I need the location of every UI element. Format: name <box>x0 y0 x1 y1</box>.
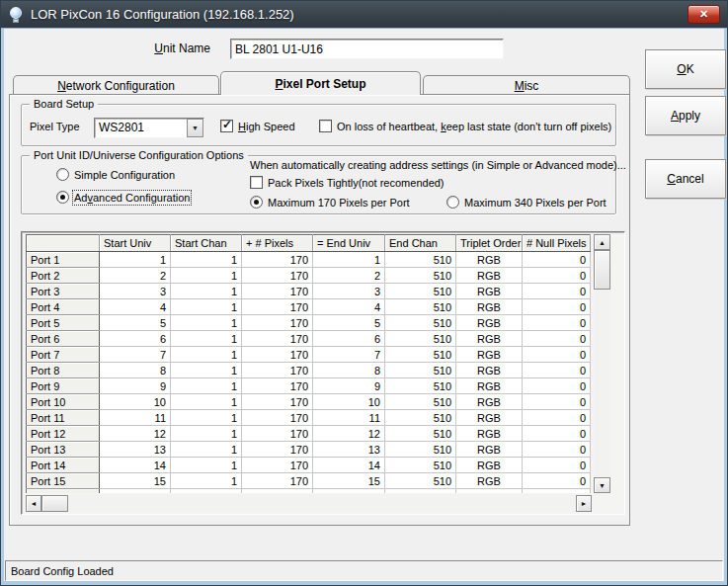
grid-cell[interactable]: 0 <box>523 268 591 284</box>
grid-cell[interactable]: 170 <box>242 489 313 494</box>
grid-cell[interactable]: 1 <box>171 394 242 410</box>
grid-cell[interactable]: 2 <box>313 268 385 284</box>
grid-cell[interactable]: 1 <box>171 331 242 347</box>
grid-cell[interactable]: RGB <box>456 363 523 378</box>
dropdown-button[interactable]: ▼ <box>187 119 203 137</box>
grid-cell[interactable]: 510 <box>385 331 456 347</box>
grid-cell[interactable]: 15 <box>100 473 171 489</box>
grid-cell[interactable]: 510 <box>385 299 456 315</box>
grid-cell[interactable]: 510 <box>385 473 456 489</box>
grid-cell[interactable]: 5 <box>100 315 171 331</box>
pixel-type-dropdown[interactable]: WS2801 ▼ <box>94 118 204 138</box>
grid-cell[interactable]: 1 <box>171 252 242 268</box>
grid-cell[interactable]: 0 <box>523 394 591 410</box>
grid-cell[interactable]: 0 <box>523 331 591 347</box>
grid-cell[interactable]: 1 <box>313 252 385 268</box>
grid-cell[interactable]: 510 <box>385 458 456 473</box>
grid-cell[interactable]: 0 <box>523 458 591 473</box>
heartbeat-checkbox[interactable]: On loss of heartbeat, keep last state (d… <box>319 120 611 132</box>
grid-cell[interactable]: 1 <box>171 347 242 363</box>
grid-cell[interactable]: 510 <box>385 347 456 363</box>
scroll-up-button[interactable]: ▲ <box>594 234 610 250</box>
grid-cell[interactable]: RGB <box>456 473 523 489</box>
grid-cell[interactable]: 0 <box>523 252 591 268</box>
grid-cell[interactable]: 4 <box>100 299 171 315</box>
grid-cell[interactable]: 170 <box>242 268 313 284</box>
grid-cell[interactable]: 0 <box>523 284 591 299</box>
grid-cell[interactable]: 170 <box>242 331 313 347</box>
grid-cell[interactable]: RGB <box>456 489 523 494</box>
grid-cell[interactable]: 170 <box>242 363 313 378</box>
grid-cell[interactable]: RGB <box>456 299 523 315</box>
grid-cell[interactable]: 0 <box>523 410 591 426</box>
grid-cell[interactable]: 1 <box>171 299 242 315</box>
grid-cell[interactable]: 510 <box>385 378 456 394</box>
title-bar[interactable]: LOR PixCon 16 Configuration (192.168.1.2… <box>1 1 727 29</box>
grid-cell[interactable]: RGB <box>456 410 523 426</box>
max-170-radio[interactable]: Maximum 170 Pixels per Port <box>250 196 410 209</box>
grid-cell[interactable]: 170 <box>242 378 313 394</box>
grid-cell[interactable]: 12 <box>313 426 385 442</box>
grid-cell[interactable]: 1 <box>171 363 242 378</box>
grid-cell[interactable]: 8 <box>313 363 385 378</box>
grid-cell[interactable]: 0 <box>523 442 591 458</box>
scroll-right-button[interactable]: ► <box>576 495 592 512</box>
grid-cell[interactable]: 170 <box>242 299 313 315</box>
grid-cell[interactable]: 12 <box>100 426 171 442</box>
scroll-down-button[interactable]: ▼ <box>594 477 610 493</box>
grid-cell[interactable]: 510 <box>385 252 456 268</box>
apply-button[interactable]: Apply <box>645 96 726 135</box>
scroll-left-button[interactable]: ◄ <box>26 495 41 512</box>
grid-cell[interactable]: 0 <box>523 378 591 394</box>
grid-cell[interactable]: 170 <box>242 252 313 268</box>
grid-cell[interactable]: RGB <box>456 347 523 363</box>
simple-configuration-radio[interactable]: Simple Configuration <box>56 168 175 181</box>
grid-cell[interactable]: 13 <box>100 442 171 458</box>
grid-cell[interactable]: RGB <box>456 394 523 410</box>
grid-cell[interactable]: 6 <box>100 331 171 347</box>
grid-cell[interactable]: 4 <box>313 299 385 315</box>
grid-cell[interactable]: 0 <box>523 315 591 331</box>
grid-cell[interactable]: 170 <box>242 458 313 473</box>
vertical-scroll-thumb[interactable] <box>594 250 610 290</box>
grid-cell[interactable]: RGB <box>456 378 523 394</box>
horizontal-scroll-thumb[interactable] <box>41 495 68 512</box>
grid-cell[interactable]: 170 <box>242 410 313 426</box>
grid-cell[interactable]: 0 <box>523 489 591 494</box>
ok-button[interactable]: OK <box>645 49 726 89</box>
grid-cell[interactable]: 16 <box>100 489 171 494</box>
grid-cell[interactable]: 1 <box>100 252 171 268</box>
high-speed-checkbox[interactable]: ✓ High Speed <box>220 120 295 132</box>
grid-cell[interactable]: 1 <box>171 410 242 426</box>
grid-cell[interactable]: 0 <box>523 426 591 442</box>
grid-cell[interactable]: 2 <box>100 268 171 284</box>
close-button[interactable]: ✕ <box>688 5 720 24</box>
grid-cell[interactable]: RGB <box>456 315 523 331</box>
grid-cell[interactable]: RGB <box>456 331 523 347</box>
grid-cell[interactable]: 11 <box>100 410 171 426</box>
unit-name-input[interactable] <box>230 39 504 59</box>
grid-cell[interactable]: 170 <box>242 347 313 363</box>
grid-cell[interactable]: 1 <box>171 284 242 299</box>
grid-cell[interactable]: 3 <box>100 284 171 299</box>
grid-cell[interactable]: 14 <box>313 458 385 473</box>
grid-cell[interactable]: 1 <box>171 426 242 442</box>
grid-cell[interactable]: 0 <box>523 363 591 378</box>
grid-cell[interactable]: RGB <box>456 426 523 442</box>
grid-cell[interactable]: 510 <box>385 284 456 299</box>
grid-cell[interactable]: 170 <box>242 394 313 410</box>
grid-cell[interactable]: 0 <box>523 299 591 315</box>
grid-cell[interactable]: 13 <box>313 442 385 458</box>
grid-cell[interactable]: 170 <box>242 473 313 489</box>
grid-cell[interactable]: RGB <box>456 442 523 458</box>
pack-pixels-checkbox[interactable]: Pack Pixels Tightly(not recomended) <box>250 176 445 189</box>
grid-cell[interactable]: 170 <box>242 284 313 299</box>
grid-cell[interactable]: 1 <box>171 315 242 331</box>
grid-cell[interactable]: 170 <box>242 442 313 458</box>
grid-cell[interactable]: 0 <box>523 347 591 363</box>
grid-cell[interactable]: 6 <box>313 331 385 347</box>
grid-cell[interactable]: 0 <box>523 473 591 489</box>
tab-pixel-port-setup[interactable]: Pixel Port Setup <box>220 71 421 95</box>
grid-cell[interactable]: RGB <box>456 458 523 473</box>
grid-cell[interactable]: 8 <box>100 363 171 378</box>
